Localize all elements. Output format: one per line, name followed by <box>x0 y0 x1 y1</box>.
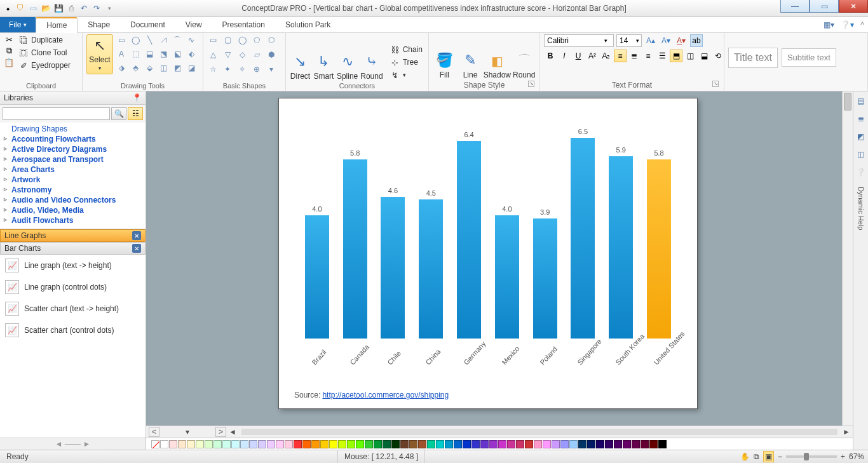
close-icon[interactable]: ✕ <box>132 231 141 240</box>
qat-dropdown-icon[interactable]: ▾ <box>104 3 114 13</box>
accordion-line-graphs[interactable]: Line Graphs✕ <box>0 229 146 242</box>
clone-button[interactable]: ⿴Clone Tool <box>17 47 72 58</box>
rail-style-icon[interactable]: ◫ <box>855 149 867 160</box>
tab-home[interactable]: Home <box>36 17 78 33</box>
color-swatch[interactable] <box>658 440 667 448</box>
color-swatch[interactable] <box>249 440 257 448</box>
curve-icon[interactable]: ∿ <box>186 34 197 46</box>
print-icon[interactable]: ⎙ <box>66 3 76 13</box>
color-swatch[interactable] <box>632 440 640 448</box>
library-tree-node[interactable]: Drawing Shapes <box>0 124 146 134</box>
color-swatch[interactable] <box>267 440 275 448</box>
zoom-out-icon[interactable]: − <box>778 452 782 461</box>
cut-icon[interactable]: ✂ <box>4 34 14 44</box>
highlight-icon[interactable]: ab <box>690 34 703 47</box>
color-swatch[interactable] <box>285 440 293 448</box>
help-icon[interactable]: ❔▾ <box>841 20 854 29</box>
paste-icon[interactable]: 📋 <box>4 57 14 67</box>
color-swatch[interactable] <box>569 440 578 448</box>
color-swatch[interactable] <box>409 440 417 448</box>
document-page[interactable]: 4.05.84.64.56.44.03.96.55.95.8 BrazilCan… <box>278 98 698 409</box>
dialog-launcher-icon[interactable]: ↘ <box>712 81 719 87</box>
library-tree-node[interactable]: Accounting Flowcharts <box>0 134 146 144</box>
color-swatch[interactable] <box>471 440 480 448</box>
tab-document[interactable]: Document <box>120 17 175 32</box>
color-swatch[interactable] <box>534 440 542 448</box>
direct-connector-button[interactable]: ↘Direct <box>290 53 311 81</box>
save-icon[interactable]: 💾 <box>53 3 64 13</box>
color-swatch[interactable] <box>169 440 177 448</box>
color-swatch[interactable] <box>187 440 195 448</box>
library-tree-node[interactable]: Area Charts <box>0 164 146 175</box>
ellipse-icon[interactable]: ◯ <box>130 34 141 46</box>
color-swatch[interactable] <box>578 440 587 448</box>
color-swatch[interactable] <box>480 440 489 448</box>
library-tree[interactable]: Drawing ShapesAccounting FlowchartsActiv… <box>0 123 146 229</box>
color-swatch[interactable] <box>338 440 346 448</box>
color-swatch[interactable] <box>365 440 373 448</box>
shape-list-item[interactable]: 📈Scatter chart (text -> height) <box>0 298 146 319</box>
fill-button[interactable]: 🪣Fill <box>433 52 456 79</box>
color-swatch[interactable] <box>605 440 613 448</box>
collapse-ribbon-icon[interactable]: ^ <box>860 20 864 29</box>
grow-font-icon[interactable]: A▴ <box>644 34 657 47</box>
color-swatch[interactable] <box>649 440 658 448</box>
library-tree-node[interactable]: Audio and Video Connectors <box>0 195 146 205</box>
color-swatch[interactable] <box>347 440 355 448</box>
hscroll-left[interactable]: ◄ <box>229 427 236 436</box>
tree-toggle-button[interactable]: ☷ <box>128 107 143 120</box>
dialog-launcher-icon[interactable]: ↘ <box>528 81 534 87</box>
arc-icon[interactable]: ⌒ <box>172 34 183 46</box>
color-swatch[interactable] <box>329 440 337 448</box>
drawing-shape-gallery[interactable]: ▭◯╲⩘⌒∿ A⬚⬓⬔⬕⬖ ⬗⬘⬙◫◩◪ <box>116 34 197 74</box>
color-swatch[interactable] <box>276 440 284 448</box>
zoom-region-icon[interactable]: ⧉ <box>754 452 759 461</box>
accordion-bar-charts[interactable]: Bar Charts✕ <box>0 242 146 255</box>
underline-icon[interactable]: U <box>572 50 585 62</box>
text-icon[interactable]: A <box>116 48 127 60</box>
round-corners-button[interactable]: ⌒Round <box>512 51 536 79</box>
tab-shape[interactable]: Shape <box>78 17 120 32</box>
pan-tool-icon[interactable]: ✋ <box>740 452 750 461</box>
color-swatch[interactable] <box>178 440 186 448</box>
align-center-icon[interactable]: ≣ <box>628 50 641 62</box>
round-connector-button[interactable]: ⤷Round <box>360 53 383 81</box>
spline-connector-button[interactable]: ∿Spline <box>337 53 358 81</box>
shield-icon[interactable]: ⛉ <box>15 3 25 13</box>
color-swatch[interactable] <box>294 440 302 448</box>
chain-button[interactable]: ⛓Chain <box>388 44 424 55</box>
color-swatch[interactable] <box>516 440 524 448</box>
close-button[interactable]: ✕ <box>839 0 868 13</box>
search-button[interactable]: 🔍 <box>111 107 126 120</box>
color-swatch[interactable] <box>302 440 311 448</box>
rail-help-icon[interactable]: ❔ <box>855 166 867 178</box>
tree-button[interactable]: ⊹Tree <box>388 57 424 68</box>
font-size-input[interactable] <box>620 36 634 45</box>
page-prev-button[interactable]: < <box>149 427 159 437</box>
hscroll-right[interactable]: ► <box>843 427 850 436</box>
font-color-icon[interactable]: A▾ <box>675 34 688 47</box>
shadow-button[interactable]: ◧Shadow <box>484 53 510 79</box>
color-swatch[interactable] <box>222 440 231 448</box>
italic-icon[interactable]: I <box>558 50 571 62</box>
select-tool-button[interactable]: ↖ Select ▾ <box>86 34 113 74</box>
tab-solutionpark[interactable]: Solution Park <box>275 17 341 32</box>
color-swatch[interactable] <box>587 440 595 448</box>
new-icon[interactable]: ▭ <box>28 3 38 13</box>
align-right-icon[interactable]: ≡ <box>642 50 654 62</box>
color-swatch[interactable] <box>356 440 364 448</box>
canvas-vscrollbar[interactable] <box>842 91 853 426</box>
pin-icon[interactable]: 📍 <box>132 93 142 102</box>
tab-presentation[interactable]: Presentation <box>212 17 275 32</box>
color-swatch[interactable] <box>498 440 506 448</box>
fit-page-icon[interactable]: ▣ <box>763 451 774 462</box>
color-swatch[interactable] <box>311 440 320 448</box>
source-link[interactable]: http://acetool.commerce.gov/shipping <box>322 391 449 399</box>
color-swatch[interactable] <box>400 440 409 448</box>
color-swatch[interactable] <box>160 440 168 448</box>
zoom-value[interactable]: 67% <box>849 452 864 461</box>
eyedropper-button[interactable]: ✐Eyedropper <box>17 60 72 71</box>
library-tree-node[interactable]: Active Directory Diagrams <box>0 144 146 154</box>
shape-list-item[interactable]: 📈Line graph (control dots) <box>0 276 146 298</box>
color-swatch[interactable] <box>240 440 248 448</box>
